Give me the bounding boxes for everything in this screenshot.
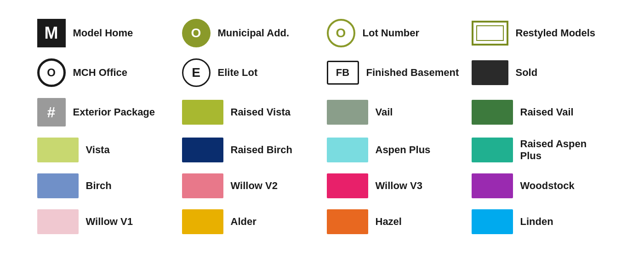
- legend-item-raised-birch: Raised Birch: [177, 132, 322, 168]
- legend-item-raised-aspen-plus: Raised Aspen Plus: [467, 132, 612, 168]
- raised-birch-color-block: [182, 138, 223, 162]
- legend-item-vista: Vista: [33, 132, 177, 168]
- raised-vail-icon-box: [472, 100, 513, 125]
- linden-icon-box: [472, 209, 513, 234]
- willow-v2-label: Willow V2: [231, 180, 278, 192]
- willow-v3-icon-box: [327, 173, 368, 198]
- legend-item-exterior: # Exterior Package: [33, 92, 177, 132]
- willow-v2-icon-box: [182, 173, 223, 198]
- raised-aspen-plus-color-block: [472, 138, 513, 162]
- municipal-letter: O: [191, 26, 201, 40]
- birch-color-block: [37, 173, 79, 198]
- legend-item-aspen-plus: Aspen Plus: [322, 132, 467, 168]
- model-home-icon-box: M: [37, 19, 66, 47]
- legend-item-raised-vail: Raised Vail: [467, 92, 612, 132]
- legend-item-willow-v1: Willow V1: [33, 204, 177, 240]
- model-home-letter: M: [45, 23, 58, 43]
- vail-label: Vail: [376, 106, 393, 118]
- municipal-icon-box: O: [182, 19, 211, 47]
- raised-aspen-plus-label: Raised Aspen Plus: [520, 138, 607, 162]
- elite-icon: E: [182, 58, 211, 87]
- hazel-icon-box: [327, 209, 368, 234]
- raised-aspen-plus-icon-box: [472, 138, 513, 162]
- mch-icon: O: [37, 58, 66, 87]
- vista-label: Vista: [86, 144, 110, 156]
- raised-vail-color-block: [472, 100, 513, 125]
- raised-birch-icon-box: [182, 138, 223, 162]
- woodstock-color-block: [472, 173, 513, 198]
- legend-item-elite: E Elite Lot: [177, 53, 322, 92]
- legend-grid: M Model Home O Municipal Add. O Lot Numb…: [19, 4, 626, 249]
- model-home-icon: M: [37, 19, 66, 47]
- lot-number-icon-box: O: [327, 19, 355, 47]
- legend-item-willow-v2: Willow V2: [177, 168, 322, 204]
- legend-item-restyled: Restyled Models: [467, 13, 612, 53]
- mch-letter: O: [47, 66, 56, 79]
- raised-vista-color-block: [182, 100, 223, 125]
- raised-vista-icon-box: [182, 100, 223, 125]
- aspen-plus-icon-box: [327, 138, 368, 162]
- lot-number-label: Lot Number: [363, 27, 419, 39]
- birch-label: Birch: [86, 180, 112, 192]
- alder-icon-box: [182, 209, 223, 234]
- legend-item-birch: Birch: [33, 168, 177, 204]
- vista-color-block: [37, 138, 79, 162]
- exterior-icon-box: #: [37, 98, 66, 126]
- willow-v1-color-block: [37, 209, 79, 234]
- elite-letter: E: [192, 65, 200, 80]
- legend-item-hazel: Hazel: [322, 204, 467, 240]
- sold-label: Sold: [516, 67, 538, 79]
- raised-vista-label: Raised Vista: [231, 106, 291, 118]
- legend-item-model-home: M Model Home: [33, 13, 177, 53]
- restyled-icon: [472, 21, 508, 46]
- legend-item-raised-vista: Raised Vista: [177, 92, 322, 132]
- sold-color-block: [472, 60, 508, 85]
- linden-label: Linden: [520, 216, 553, 228]
- fb-label: Finished Basement: [366, 67, 459, 79]
- birch-icon-box: [37, 173, 79, 198]
- legend-item-mch: O MCH Office: [33, 53, 177, 92]
- vail-color-block: [327, 100, 368, 125]
- vail-icon-box: [327, 100, 368, 125]
- legend-item-vail: Vail: [322, 92, 467, 132]
- woodstock-icon-box: [472, 173, 513, 198]
- model-home-label: Model Home: [73, 27, 133, 39]
- fb-icon-box: FB: [327, 61, 359, 85]
- exterior-hash: #: [47, 104, 56, 121]
- restyled-label: Restyled Models: [516, 27, 596, 39]
- lot-number-icon: O: [327, 19, 355, 47]
- exterior-icon: #: [37, 98, 66, 126]
- legend-item-sold: Sold: [467, 53, 612, 92]
- willow-v2-color-block: [182, 173, 223, 198]
- elite-icon-box: E: [182, 58, 211, 87]
- legend-item-alder: Alder: [177, 204, 322, 240]
- legend-item-woodstock: Woodstock: [467, 168, 612, 204]
- legend-item-linden: Linden: [467, 204, 612, 240]
- woodstock-label: Woodstock: [520, 180, 575, 192]
- municipal-icon: O: [182, 19, 211, 47]
- legend-item-lot-number: O Lot Number: [322, 13, 467, 53]
- legend-item-fb: FB Finished Basement: [322, 53, 467, 92]
- willow-v1-label: Willow V1: [86, 216, 133, 228]
- raised-birch-label: Raised Birch: [231, 144, 293, 156]
- alder-label: Alder: [231, 216, 256, 228]
- mch-label: MCH Office: [73, 67, 128, 79]
- hazel-color-block: [327, 209, 368, 234]
- linden-color-block: [472, 209, 513, 234]
- willow-v3-color-block: [327, 173, 368, 198]
- fb-letters: FB: [336, 67, 349, 79]
- municipal-label: Municipal Add.: [218, 27, 290, 39]
- raised-vail-label: Raised Vail: [520, 106, 574, 118]
- alder-color-block: [182, 209, 223, 234]
- elite-label: Elite Lot: [218, 67, 258, 79]
- hazel-label: Hazel: [376, 216, 402, 228]
- legend-item-willow-v3: Willow V3: [322, 168, 467, 204]
- mch-icon-box: O: [37, 58, 66, 87]
- restyled-icon-box: [472, 21, 508, 46]
- aspen-plus-color-block: [327, 138, 368, 162]
- vista-icon-box: [37, 138, 79, 162]
- aspen-plus-label: Aspen Plus: [376, 144, 431, 156]
- sold-icon-box: [472, 60, 508, 85]
- exterior-label: Exterior Package: [73, 106, 155, 118]
- lot-number-letter: O: [336, 26, 346, 40]
